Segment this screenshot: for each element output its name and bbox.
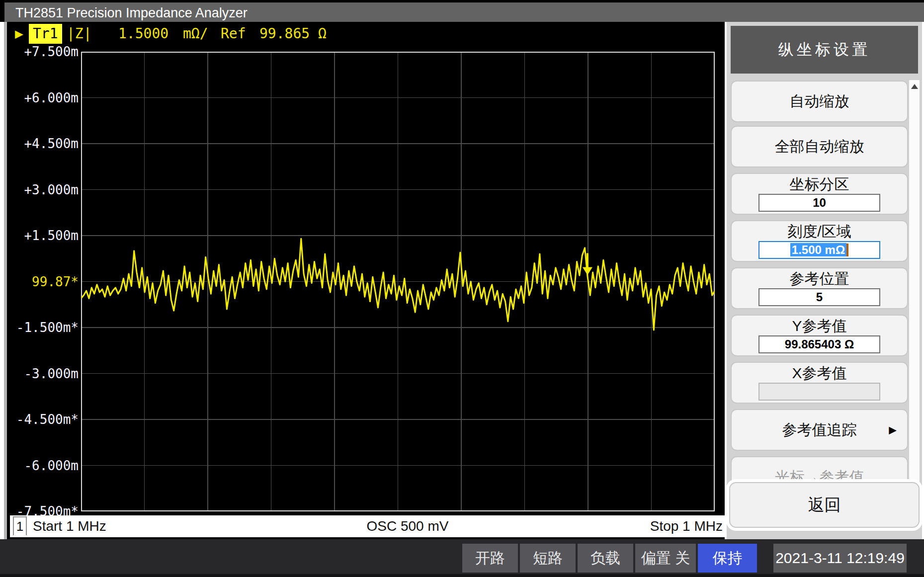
trace-parameter: |Z| <box>67 24 92 44</box>
divisions-button[interactable]: 坐标分区 10 <box>731 173 908 215</box>
scroll-up-icon[interactable] <box>911 84 918 89</box>
submenu-arrow-icon: ► <box>886 422 899 438</box>
auto-scale-all-button[interactable]: 全部自动缩放 <box>731 126 908 167</box>
y-ref-value-button[interactable]: Y参考值 99.865403 Ω <box>731 315 908 356</box>
datetime-display: 2021-3-11 12:19:49 <box>773 544 907 573</box>
trace-scale-value: 1.5000 <box>118 24 168 44</box>
y-axis-tick: -4.500m* <box>9 412 79 427</box>
load-correction-button[interactable]: 负载 <box>578 544 633 573</box>
status-bar: 开路 短路 负载 偏置 关 保持 2021-3-11 12:19:49 <box>0 539 924 577</box>
ref-position-button[interactable]: 参考位置 5 <box>731 267 908 309</box>
sidebar-title: 纵坐标设置 <box>731 26 918 74</box>
sweep-stop-label: Stop 1 MHz <box>650 515 723 537</box>
y-axis-tick: +3.000m <box>9 182 79 197</box>
y-axis-labels: +7.500m+6.000m+4.500m+3.000m+1.500m99.87… <box>9 52 79 511</box>
hold-button[interactable]: 保持 <box>698 544 757 573</box>
y-axis-tick: +6.000m <box>9 90 79 105</box>
bias-off-button[interactable]: 偏置 关 <box>635 544 696 573</box>
text-caret <box>846 244 848 256</box>
sweep-info-strip: 1 Start 1 MHz OSC 500 mV Stop 1 MHz <box>10 515 725 537</box>
y-axis-tick: +1.500m <box>9 228 79 243</box>
y-axis-tick: -3.000m <box>9 366 79 381</box>
y-axis-tick: +7.500m <box>9 44 79 59</box>
measurement-grid <box>81 52 715 511</box>
sidebar-scrollbar[interactable] <box>909 80 920 502</box>
open-correction-button[interactable]: 开路 <box>462 544 518 573</box>
trace-scale-unit: mΩ/ <box>183 24 208 44</box>
chart-panel: ▶ Tr1 |Z| 1.5000 mΩ/ Ref 99.865 Ω +7.500… <box>4 22 725 539</box>
short-correction-button[interactable]: 短路 <box>520 544 576 573</box>
y-axis-tick: -1.500m* <box>9 320 79 335</box>
auto-scale-button[interactable]: 自动缩放 <box>731 81 908 122</box>
settings-sidebar: 纵坐标设置 自动缩放 全部自动缩放 坐标分区 10 刻度/区域 1.500 mΩ… <box>727 22 922 539</box>
x-ref-value-input[interactable] <box>758 383 880 401</box>
window-title: TH2851 Precision Impedance Analyzer <box>15 4 248 22</box>
ref-tracking-button[interactable]: 参考值追踪 ► <box>731 409 908 451</box>
trace-ref-value: 99.865 Ω <box>259 24 327 44</box>
y-axis-tick: +4.500m <box>9 136 79 151</box>
ref-position-input[interactable]: 5 <box>758 288 880 306</box>
active-trace-arrow-icon: ▶ <box>15 24 23 44</box>
y-ref-value-input[interactable]: 99.865403 Ω <box>758 335 880 353</box>
scale-per-div-button[interactable]: 刻度/区域 1.500 mΩ <box>731 220 908 262</box>
trace-marker-icon <box>583 267 592 275</box>
divisions-input[interactable]: 10 <box>758 194 880 212</box>
trace-ref-label: Ref <box>221 24 246 44</box>
title-bar: TH2851 Precision Impedance Analyzer <box>0 0 924 22</box>
app-window: TH2851 Precision Impedance Analyzer ▶ Tr… <box>0 0 924 577</box>
channel-indicator: 1 <box>13 516 27 535</box>
sweep-start-label: Start 1 MHz <box>33 515 106 537</box>
y-axis-tick: -6.000m <box>9 458 79 473</box>
trace-status-line: ▶ Tr1 |Z| 1.5000 mΩ/ Ref 99.865 Ω <box>7 24 725 45</box>
osc-level-label: OSC 500 mV <box>308 515 507 537</box>
back-button[interactable]: 返回 <box>729 482 920 528</box>
trace-name-badge[interactable]: Tr1 <box>29 24 62 44</box>
x-ref-value-button[interactable]: X参考值 <box>731 362 908 404</box>
scale-per-div-input[interactable]: 1.500 mΩ <box>758 241 880 259</box>
y-axis-reference-tick: 99.87* <box>9 274 79 289</box>
